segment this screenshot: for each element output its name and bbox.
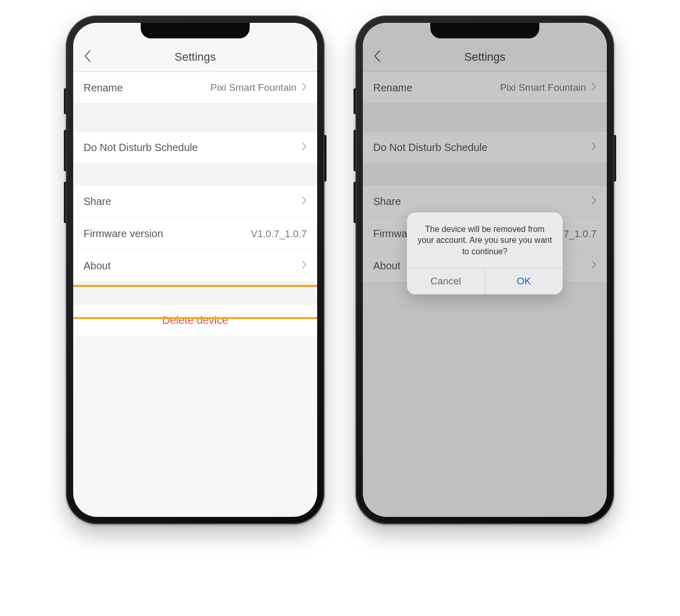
notch	[141, 23, 250, 38]
chevron-right-icon	[302, 196, 307, 208]
confirm-dialog: The device will be removed from your acc…	[407, 212, 563, 294]
row-rename[interactable]: Rename Pixi Smart Fountain	[73, 72, 317, 104]
dialog-message: The device will be removed from your acc…	[407, 212, 563, 268]
back-button[interactable]	[84, 49, 92, 65]
side-button	[614, 135, 616, 182]
notch	[430, 23, 539, 38]
row-label: Rename	[84, 82, 123, 94]
row-value: V1.0.7_1.0.7	[251, 228, 307, 240]
row-about[interactable]: About	[73, 250, 317, 282]
chevron-right-icon	[302, 82, 307, 94]
phone-frame: Settings Rename Pixi Smart Fountain	[66, 16, 324, 524]
dialog-ok-button[interactable]: OK	[485, 268, 563, 294]
row-label: Share	[84, 196, 111, 208]
row-dnd[interactable]: Do Not Disturb Schedule	[73, 132, 317, 164]
side-button	[324, 135, 327, 182]
screen: Settings Rename Pixi Smart Fountain	[363, 23, 607, 517]
row-label: Firmware version	[84, 228, 163, 240]
phone-frame: Settings Rename Pixi Smart Fountain	[356, 16, 614, 524]
row-label: About	[84, 260, 111, 272]
row-value: Pixi Smart Fountain	[210, 82, 296, 93]
dialog-cancel-button[interactable]: Cancel	[407, 268, 485, 294]
chevron-right-icon	[302, 142, 307, 154]
app-content: Settings Rename Pixi Smart Fountain	[73, 23, 317, 517]
screen: Settings Rename Pixi Smart Fountain	[73, 23, 317, 517]
phone-right: Settings Rename Pixi Smart Fountain	[356, 16, 614, 524]
row-label: Do Not Disturb Schedule	[84, 142, 198, 154]
row-firmware[interactable]: Firmware version V1.0.7_1.0.7	[73, 218, 317, 250]
phone-left: Settings Rename Pixi Smart Fountain	[66, 16, 324, 524]
chevron-left-icon	[84, 49, 92, 63]
delete-device-button[interactable]: Delete device	[73, 304, 317, 336]
row-share[interactable]: Share	[73, 186, 317, 218]
page-title: Settings	[174, 50, 216, 64]
chevron-right-icon	[302, 260, 307, 272]
